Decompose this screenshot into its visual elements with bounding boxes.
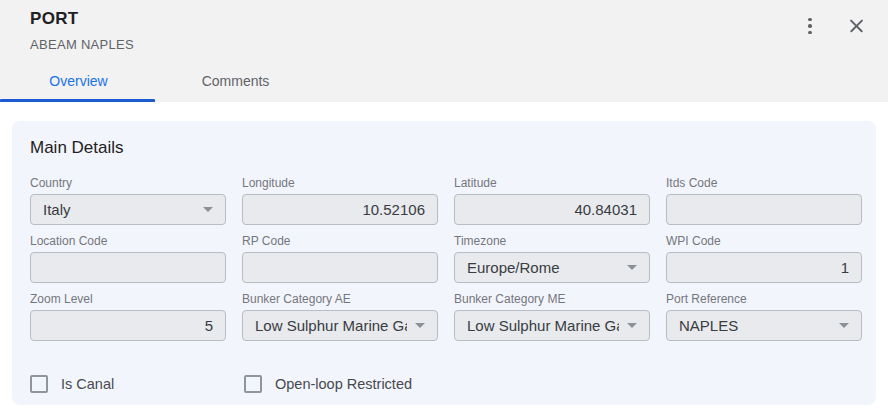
kebab-menu-dots [808,18,812,35]
field-itds-code: Itds Code [666,176,862,225]
field-label: Bunker Category AE [242,292,438,306]
field-label: Bunker Category ME [454,292,650,306]
chevron-down-icon [839,323,849,328]
field-label: Timezone [454,234,650,248]
chevron-down-icon [627,323,637,328]
field-label: Port Reference [666,292,862,306]
checkbox-label: Is Canal [61,376,114,392]
section-title: Main Details [30,136,862,160]
field-bunker-category-me: Bunker Category ME Low Sulphur Marine Ga… [454,292,650,341]
itds-code-input[interactable] [666,194,862,225]
close-icon[interactable] [842,12,870,40]
main-details-card: Main Details Country Italy Longitude 10.… [12,121,876,405]
field-zoom-level: Zoom Level 5 [30,292,226,341]
field-label: Location Code [30,234,226,248]
checkbox-row: Is Canal Open-loop Restricted [30,375,862,393]
page-subtitle: ABEAM NAPLES [30,37,134,52]
field-label: RP Code [242,234,438,248]
open-loop-restricted-checkbox[interactable] [244,375,262,393]
close-x-glyph [849,19,864,34]
field-port-reference: Port Reference NAPLES [666,292,862,341]
field-label: Longitude [242,176,438,190]
latitude-input[interactable]: 40.84031 [454,194,650,225]
country-select[interactable]: Italy [30,194,226,225]
is-canal-checkbox[interactable] [30,375,48,393]
field-label: Zoom Level [30,292,226,306]
field-longitude: Longitude 10.52106 [242,176,438,225]
chevron-down-icon [415,323,425,328]
field-latitude: Latitude 40.84031 [454,176,650,225]
chevron-down-icon [627,265,637,270]
page-title: PORT [30,9,78,29]
tab-comments[interactable]: Comments [157,60,314,102]
tab-bar: Overview Comments [0,60,314,102]
bunker-category-me-select[interactable]: Low Sulphur Marine Ga... [454,310,650,341]
field-country: Country Italy [30,176,226,225]
field-rp-code: RP Code [242,234,438,283]
fields-grid: Country Italy Longitude 10.52106 Latitud… [30,176,862,341]
tab-overview[interactable]: Overview [0,60,157,102]
checkbox-label: Open-loop Restricted [275,376,412,392]
port-reference-select[interactable]: NAPLES [666,310,862,341]
field-label: Itds Code [666,176,862,190]
chevron-down-icon [203,207,213,212]
open-loop-restricted-checkbox-group[interactable]: Open-loop Restricted [244,375,412,393]
field-label: WPI Code [666,234,862,248]
field-location-code: Location Code [30,234,226,283]
field-timezone: Timezone Europe/Rome [454,234,650,283]
rp-code-input[interactable] [242,252,438,283]
timezone-select[interactable]: Europe/Rome [454,252,650,283]
panel-header: PORT ABEAM NAPLES Overview Comments [0,0,888,102]
field-wpi-code: WPI Code 1 [666,234,862,283]
kebab-menu-icon[interactable] [796,12,824,40]
zoom-level-input[interactable]: 5 [30,310,226,341]
location-code-input[interactable] [30,252,226,283]
bunker-category-ae-select[interactable]: Low Sulphur Marine Ga... [242,310,438,341]
wpi-code-input[interactable]: 1 [666,252,862,283]
field-label: Country [30,176,226,190]
header-actions [796,12,870,40]
longitude-input[interactable]: 10.52106 [242,194,438,225]
field-label: Latitude [454,176,650,190]
is-canal-checkbox-group[interactable]: Is Canal [30,375,244,393]
field-bunker-category-ae: Bunker Category AE Low Sulphur Marine Ga… [242,292,438,341]
